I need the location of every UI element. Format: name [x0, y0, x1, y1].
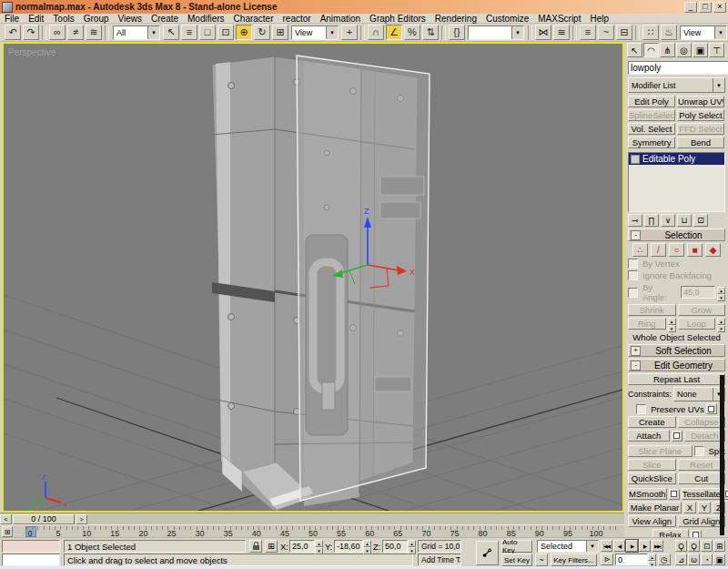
undo-button[interactable]: ↶ [5, 25, 21, 40]
arc-rotate-button[interactable]: ◔ [701, 554, 713, 565]
title-bar[interactable]: normalmap.max - Autodesk 3ds Max 8 - Sta… [0, 0, 728, 14]
repeat-last-button[interactable]: Repeat Last [628, 373, 725, 385]
menu-group[interactable]: Group [79, 14, 114, 24]
select-and-manipulate-button[interactable]: + [341, 25, 358, 40]
cut-button[interactable]: Cut [678, 472, 726, 484]
bend-modifier-button[interactable]: Bend [677, 137, 724, 148]
configure-modifier-sets-icon[interactable]: ⊡ [693, 214, 708, 227]
ignore-backfacing-checkbox[interactable] [628, 270, 638, 280]
command-panel-scrollbar[interactable] [720, 375, 724, 535]
expand-icon[interactable]: + [631, 346, 641, 356]
by-vertex-checkbox[interactable] [628, 259, 638, 269]
msmooth-button[interactable]: MSmooth [628, 488, 667, 500]
menu-views[interactable]: Views [114, 14, 147, 24]
grid-align-button[interactable]: Grid Align [678, 515, 726, 527]
previous-frame-button[interactable]: ◀| [613, 540, 625, 552]
tab-create[interactable]: ↖ [627, 43, 642, 57]
collapse-icon[interactable]: - [631, 361, 641, 371]
menu-help[interactable]: Help [585, 14, 613, 24]
reference-coordinate-system-dropdown[interactable]: View▼ [291, 25, 339, 40]
preserve-uvs-settings-button[interactable] [706, 403, 717, 414]
snaps-toggle-button[interactable]: ∩ [368, 25, 384, 40]
time-slider-next-button[interactable]: > [76, 514, 87, 524]
pan-button[interactable]: ω [688, 554, 700, 565]
modifier-stack[interactable]: Editable Poly [628, 152, 725, 212]
default-tangent-toggle[interactable]: ~ [535, 554, 548, 566]
menu-edit[interactable]: Edit [24, 14, 48, 24]
time-slider-handle[interactable]: 0 / 100 [13, 514, 75, 524]
go-to-end-button[interactable]: ▶▶| [652, 540, 663, 552]
vol-select-modifier-button[interactable]: Vol. Select [628, 123, 675, 135]
viewport-label[interactable]: Perspective [8, 47, 56, 57]
make-planar-x-button[interactable]: X [683, 502, 696, 513]
by-angle-spinner[interactable]: ▴▾ [717, 287, 725, 299]
attach-settings-button[interactable] [672, 431, 682, 442]
y-coord-spinner[interactable]: ▴▾ [363, 540, 371, 552]
tab-motion[interactable]: ◎ [676, 43, 692, 57]
make-unique-icon[interactable]: ∨ [661, 214, 675, 227]
rollout-edit-geometry[interactable]: - Edit Geometry [628, 359, 725, 371]
edit-named-selection-sets-button[interactable]: {} [449, 25, 465, 40]
loop-spinner[interactable]: ▴▾ [717, 318, 725, 330]
remove-modifier-icon[interactable]: ⊔ [677, 214, 692, 227]
rollout-selection[interactable]: - Selection [628, 229, 725, 241]
render-preset-dropdown[interactable]: View▼ [680, 25, 727, 40]
tab-utilities[interactable]: ⊤ [709, 43, 724, 57]
spinner-snap-toggle-button[interactable]: ⇅ [422, 25, 439, 40]
slice-plane-button[interactable]: Slice Plane [628, 445, 693, 457]
key-mode-toggle[interactable]: ⊳ [601, 554, 613, 565]
modifier-list-dropdown[interactable]: Modifier List ▼ [628, 77, 725, 93]
bulb-icon[interactable] [631, 155, 640, 164]
rollout-soft-selection[interactable]: + Soft Selection [628, 344, 725, 357]
named-selection-sets-dropdown[interactable]: ▼ [468, 25, 524, 40]
subobject-vertex-icon[interactable]: ∴ [632, 243, 648, 257]
set-key-button[interactable]: Set Key [501, 554, 532, 566]
material-editor-button[interactable]: ∷ [642, 25, 659, 40]
window-crossing-button[interactable]: ⊡ [217, 25, 234, 40]
constraints-dropdown[interactable]: None ▼ [673, 387, 725, 401]
zoom-button[interactable]: Ϙ [675, 540, 687, 552]
time-slider-prev-button[interactable]: < [0, 514, 12, 524]
ffd-select-modifier-button[interactable]: FFD Select [677, 123, 724, 135]
maxscript-listener-pink[interactable] [2, 540, 60, 553]
loop-button[interactable]: Loop [678, 318, 716, 330]
zoom-all-button[interactable]: Ϙ [688, 540, 700, 552]
key-filters-button[interactable]: Key Filters... [551, 554, 597, 566]
restore-button[interactable]: □ [699, 2, 712, 13]
current-frame-field[interactable] [615, 554, 648, 565]
attach-button[interactable]: Attach [628, 430, 670, 442]
menu-file[interactable]: File [0, 14, 24, 24]
next-frame-button[interactable]: |▶ [639, 540, 651, 552]
menu-tools[interactable]: Tools [48, 14, 78, 24]
y-coord-field[interactable] [334, 540, 363, 553]
grow-button[interactable]: Grow [678, 304, 726, 316]
create-button[interactable]: Create [628, 416, 676, 428]
layer-manager-button[interactable]: ≡ [580, 25, 596, 40]
maxscript-listener-white[interactable] [2, 554, 60, 566]
auto-key-button[interactable]: Auto Key [501, 540, 532, 553]
tab-modify[interactable]: ◠ [643, 43, 659, 57]
unwrap-uvw-modifier-button[interactable]: Unwrap UVW [677, 96, 724, 107]
make-planar-button[interactable]: Make Planar [628, 502, 682, 513]
x-coord-spinner[interactable]: ▴▾ [315, 540, 323, 552]
preserve-uvs-checkbox[interactable] [636, 404, 646, 414]
mini-curve-editor-button[interactable]: ⊞ [2, 526, 13, 537]
edit-poly-modifier-button[interactable]: Edit Poly [628, 96, 675, 107]
make-planar-y-button[interactable]: Y [698, 502, 711, 513]
shrink-button[interactable]: Shrink [628, 304, 676, 316]
curve-editor-button[interactable]: ~ [598, 25, 614, 40]
selection-lock-toggle[interactable] [249, 540, 262, 553]
field-of-view-button[interactable]: ⊿ [675, 554, 687, 565]
selection-set-dropdown[interactable]: Selected ▼ [537, 540, 599, 553]
selected-object-lowpoly[interactable] [297, 56, 430, 501]
min-max-toggle-button[interactable]: ▣ [713, 554, 725, 565]
x-coord-field[interactable] [289, 540, 315, 553]
reset-plane-button[interactable]: Reset Plane [678, 459, 726, 471]
subobject-edge-icon[interactable]: / [651, 243, 666, 257]
select-and-scale-button[interactable]: ⊞ [272, 25, 288, 40]
selection-filter-dropdown[interactable]: All▼ [113, 25, 160, 40]
subobject-border-icon[interactable]: ○ [669, 243, 684, 257]
symmetry-modifier-button[interactable]: Symmetry [628, 137, 675, 148]
show-end-result-icon[interactable]: ∏ [644, 214, 659, 227]
go-to-start-button[interactable]: |◀◀ [601, 540, 612, 552]
